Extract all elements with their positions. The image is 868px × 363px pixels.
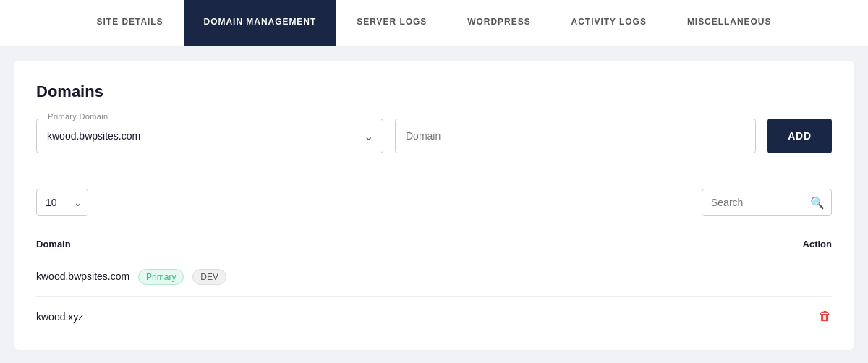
primary-domain-select[interactable]: kwood.bwpsites.com	[36, 119, 383, 153]
tab-miscellaneous[interactable]: MISCELLANEOUS	[667, 0, 791, 46]
main-content: Domains Primary Domain kwood.bwpsites.co…	[14, 61, 854, 350]
tab-wordpress[interactable]: WORDPRESS	[447, 0, 550, 46]
per-page-select[interactable]: 10 25 50	[36, 189, 88, 216]
tab-domain-management[interactable]: DOMAIN MANAGEMENT	[184, 0, 337, 46]
primary-domain-label: Primary Domain	[45, 112, 111, 121]
tab-activity-logs[interactable]: ACTIVITY LOGS	[551, 0, 667, 46]
tab-server-logs[interactable]: SERVER LOGS	[336, 0, 447, 46]
domain-value: kwood.bwpsites.com	[36, 270, 129, 282]
search-input[interactable]	[702, 189, 832, 216]
domain-value: kwood.xyz	[36, 311, 83, 323]
table-row: kwood.xyz 🗑	[36, 297, 832, 336]
domain-input[interactable]	[395, 119, 756, 153]
primary-domain-wrapper: Primary Domain kwood.bwpsites.com ⌄	[36, 119, 383, 153]
table-row: kwood.bwpsites.com Primary DEV	[36, 257, 832, 297]
table-header-row: Domain Action	[36, 231, 832, 257]
domains-table: Domain Action kwood.bwpsites.com Primary…	[36, 231, 832, 336]
divider	[14, 174, 854, 174]
domain-cell: kwood.bwpsites.com Primary DEV	[36, 257, 726, 297]
top-nav: SITE DETAILS DOMAIN MANAGEMENT SERVER LO…	[0, 0, 868, 46]
section-title: Domains	[36, 82, 832, 101]
add-button[interactable]: ADD	[767, 119, 832, 153]
domain-cell: kwood.xyz	[36, 297, 726, 336]
action-cell: 🗑	[726, 297, 832, 336]
action-cell	[726, 257, 832, 297]
search-wrapper: 🔍	[702, 189, 832, 216]
badge-dev: DEV	[192, 269, 226, 285]
table-controls: 10 25 50 ⌄ 🔍	[36, 189, 832, 216]
per-page-wrapper: 10 25 50 ⌄	[36, 189, 88, 216]
column-header-action: Action	[726, 231, 832, 257]
badge-primary: Primary	[138, 269, 184, 285]
domain-form-row: Primary Domain kwood.bwpsites.com ⌄ ADD	[36, 119, 832, 153]
tab-site-details[interactable]: SITE DETAILS	[77, 0, 184, 46]
column-header-domain: Domain	[36, 231, 726, 257]
delete-icon[interactable]: 🗑	[819, 309, 832, 323]
